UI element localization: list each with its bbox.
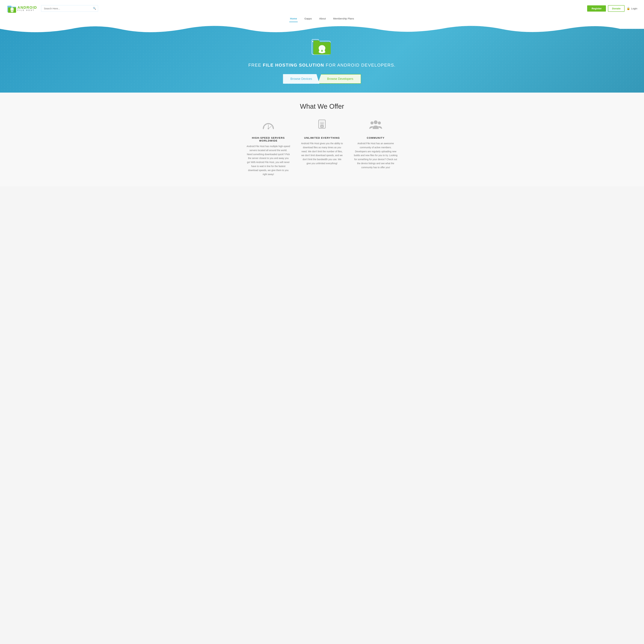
nav-gapps[interactable]: Gapps bbox=[304, 16, 312, 22]
nav-membership[interactable]: Membership Plans bbox=[332, 16, 355, 22]
hero-section: FREE FILE HOSTING SOLUTION FOR ANDROID D… bbox=[0, 22, 644, 93]
main-nav: Home Gapps About Membership Plans bbox=[7, 16, 637, 22]
offers-section: What We Offer H bbox=[0, 93, 644, 186]
header-top: ANDROID FILE HOST 🔍 Register Donate 🔒 Lo… bbox=[7, 3, 637, 14]
nav-home[interactable]: Home bbox=[289, 16, 298, 22]
search-wrap: 🔍 bbox=[41, 5, 98, 12]
offer-speed-title: HIGH-SPEED SERVERS WORLDWIDE bbox=[247, 136, 290, 142]
svg-rect-11 bbox=[313, 40, 320, 43]
offer-community-title: COMMUNITY bbox=[354, 136, 397, 139]
offer-unlimited-desc: Android File Host gives you the ability … bbox=[300, 142, 344, 166]
nav-about[interactable]: About bbox=[318, 16, 326, 22]
hero-content: FREE FILE HOSTING SOLUTION FOR ANDROID D… bbox=[248, 31, 396, 84]
speed-icon bbox=[247, 119, 290, 133]
offer-community-desc: Android File Host has an awesome communi… bbox=[354, 142, 397, 170]
browse-devices-button[interactable]: Browse Devices bbox=[283, 74, 319, 84]
offer-community: COMMUNITY Android File Host has an aweso… bbox=[354, 119, 397, 176]
site-logo[interactable]: ANDROID FILE HOST bbox=[7, 3, 37, 14]
logo-filehost-label: FILE HOST bbox=[17, 9, 37, 11]
community-icon bbox=[354, 119, 397, 133]
svg-point-32 bbox=[370, 121, 373, 124]
offer-speed-desc: Android File Host has multiple high-spee… bbox=[247, 144, 290, 176]
svg-point-30 bbox=[321, 126, 323, 127]
header-buttons: Register Donate 🔒 Login bbox=[587, 5, 637, 12]
svg-point-33 bbox=[378, 121, 381, 124]
offer-unlimited-title: UNLIMITED EVERYTHING bbox=[300, 136, 344, 139]
offers-title: What We Offer bbox=[7, 103, 637, 110]
offers-grid: HIGH-SPEED SERVERS WORLDWIDE Android Fil… bbox=[247, 119, 397, 176]
hero-tagline: FREE FILE HOSTING SOLUTION FOR ANDROID D… bbox=[248, 63, 396, 68]
lock-icon: 🔒 bbox=[627, 7, 630, 10]
svg-line-25 bbox=[268, 126, 271, 129]
unlimited-icon bbox=[300, 119, 344, 133]
search-icon: 🔍 bbox=[93, 7, 96, 10]
donate-button[interactable]: Donate bbox=[608, 5, 625, 12]
svg-point-31 bbox=[374, 120, 378, 124]
logo-icon bbox=[7, 3, 17, 14]
login-button[interactable]: 🔒 Login bbox=[627, 7, 637, 10]
browse-developers-button[interactable]: Browse Developers bbox=[318, 74, 361, 84]
offer-unlimited: UNLIMITED EVERYTHING Android File Host g… bbox=[300, 119, 344, 176]
hero-cta-buttons: Browse Devices Browse Developers bbox=[283, 74, 361, 84]
search-input[interactable] bbox=[41, 5, 98, 12]
register-button[interactable]: Register bbox=[587, 5, 606, 12]
site-header: ANDROID FILE HOST 🔍 Register Donate 🔒 Lo… bbox=[0, 0, 644, 22]
logo-text: ANDROID FILE HOST bbox=[17, 6, 37, 11]
logo-android-label: ANDROID bbox=[17, 6, 37, 9]
hero-logo-icon bbox=[310, 36, 334, 58]
svg-rect-1 bbox=[7, 6, 11, 7]
login-label: Login bbox=[631, 7, 637, 10]
offer-speed: HIGH-SPEED SERVERS WORLDWIDE Android Fil… bbox=[247, 119, 290, 176]
